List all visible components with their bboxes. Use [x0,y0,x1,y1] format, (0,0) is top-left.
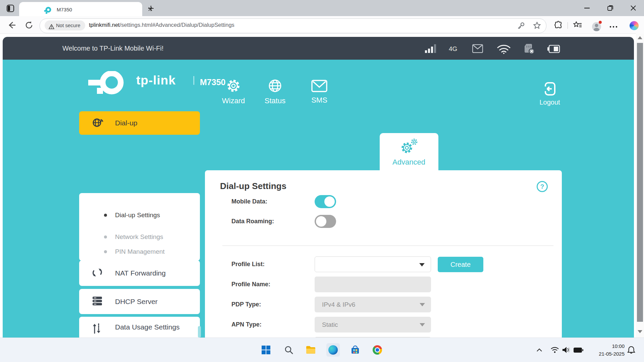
tplink-logo [82,71,133,100]
clock-time: 10:00 [612,343,625,349]
data-roaming-toggle[interactable] [315,215,336,228]
pdp-type-label: PDP Type: [231,297,261,312]
help-icon[interactable]: ? [537,181,548,192]
data-usage-arrows-icon [92,323,101,335]
sidebar-item-label: Data Usage Settings [115,317,180,338]
start-button-icon[interactable] [259,343,273,357]
sidebar-item-label: DHCP Server [115,289,158,314]
tab-title: M7350 [57,7,72,12]
window-close-icon[interactable] [630,5,637,11]
not-secure-warning-icon [49,23,54,33]
scrollbar-up-icon[interactable] [638,36,642,39]
nav-wizard[interactable]: Wizard [212,78,255,105]
subitem-label: PIN Management [115,245,165,258]
sidebar-subitem-network-settings[interactable]: Network Settings [79,230,200,244]
copilot-icon[interactable] [630,21,639,30]
toolbar-divider [568,22,568,29]
nav-sms-label: SMS [298,96,341,105]
dropdown-caret-icon [420,323,425,326]
logout-button[interactable]: Logout [538,82,561,106]
nav-sms[interactable]: SMS [298,79,341,105]
taskbar-clock[interactable]: 10:00 21-05-2025 [599,342,625,358]
tab-actions-icon[interactable] [6,4,15,13]
bullet-icon [104,250,107,253]
notification-bell-icon[interactable] [625,343,638,357]
status-globe-icon [268,88,282,94]
profile-name-label: Profile Name: [231,277,270,292]
sidebar-subitem-pin-management[interactable]: PIN Management [79,245,200,258]
mobile-data-label: Mobile Data: [231,195,267,208]
advanced-gears-icon [398,150,420,156]
network-type-label: 4G [449,45,457,53]
favorite-star-icon[interactable] [533,21,541,31]
clock-date: 21-05-2025 [599,351,625,357]
file-explorer-icon[interactable] [304,343,318,357]
profile-notification-dot [599,21,602,24]
reload-icon[interactable] [25,21,34,29]
tray-battery-icon[interactable] [572,343,585,357]
subitem-label: Dial-up Settings [115,208,160,222]
back-icon[interactable] [7,21,16,29]
welcome-text: Welcome to TP-Link Mobile Wi-Fi! [62,37,164,60]
sidebar-group-dialup[interactable]: Dial-up [79,111,200,135]
tray-volume-icon[interactable] [559,343,573,357]
browser-tab[interactable]: M7350 [19,2,142,16]
mobile-data-toggle[interactable] [315,195,336,208]
extensions-icon[interactable] [554,21,563,31]
nav-advanced[interactable]: Advanced [380,133,438,171]
url-bar[interactable]: Not secure tplinkmifi.net/settings.html#… [40,18,546,33]
password-key-icon[interactable] [517,22,525,31]
profile-list-select[interactable] [315,256,431,272]
page-background: tp-link | M7350 Wizard Status SMS [3,60,634,338]
battery-status-icon [547,45,560,54]
dropdown-caret-icon [419,263,425,266]
scrollbar-thumb[interactable] [637,43,643,322]
chrome-icon[interactable] [371,343,384,357]
security-chip[interactable]: Not secure [45,20,85,31]
form-row-pdp-type: PDP Type: IPv4 & IPv6 [205,297,562,313]
bullet-icon [104,214,107,217]
store-icon[interactable] [348,343,362,357]
tplink-favicon [44,7,51,15]
profile-name-input[interactable] [315,277,431,292]
page-title: Dial-up Settings [220,181,286,191]
create-button[interactable]: Create [438,257,483,272]
edge-icon[interactable] [326,343,340,357]
brand-divider: | [193,74,195,85]
window-restore-icon[interactable] [607,5,613,11]
sidebar-subitem-dialup-settings[interactable]: Dial-up Settings [79,208,200,222]
edge-logo [328,345,338,355]
sms-envelope-icon [311,88,327,94]
taskbar-search-icon[interactable] [282,343,296,357]
data-roaming-label: Data Roaming: [231,215,274,228]
taskbar: 10:00 21-05-2025 [0,338,644,362]
scrollbar-down-icon[interactable] [638,330,642,333]
device-status-bar: Welcome to TP-Link Mobile Wi-Fi! 4G [3,37,634,60]
favorites-list-icon[interactable] [573,21,582,31]
url-domain: tplinkmifi.net [89,22,120,28]
nat-refresh-icon [92,267,103,279]
dhcp-server-icon [92,296,103,307]
tray-chevron-icon[interactable] [533,343,546,357]
dropdown-caret-icon [420,303,425,306]
sidebar-item-data-usage[interactable]: Data Usage Settings [79,317,200,338]
sidebar-item-dhcp-server[interactable]: DHCP Server [79,289,200,314]
apn-type-select[interactable]: Static [315,317,431,333]
logout-icon [543,91,556,97]
settings-ellipsis-icon[interactable] [609,23,618,29]
nav-status-label: Status [253,97,297,105]
sidebar-item-nat-forwarding[interactable]: NAT Forwarding [79,260,200,286]
inner-scrollbar-thumb[interactable] [198,326,201,338]
pdp-type-select[interactable]: IPv4 & IPv6 [315,297,431,312]
window-minimize-icon[interactable] [584,5,590,11]
apn-type-value: Static [322,317,338,333]
toggle-knob [316,216,326,227]
scrollbar-track[interactable] [636,34,644,338]
brand-name: tp-link [136,73,176,87]
nav-status[interactable]: Status [253,78,297,105]
new-tab-icon[interactable] [148,5,154,12]
toggle-row-mobile-data: Mobile Data: [205,195,562,211]
chrome-logo [373,345,382,355]
sidebar-group-label: Dial-up [115,111,138,135]
profile-list-label: Profile List: [231,256,265,272]
